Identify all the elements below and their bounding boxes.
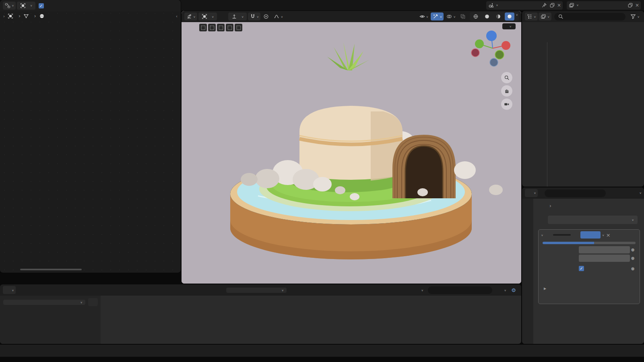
import-method-dropdown[interactable]: ∨ (226, 288, 287, 293)
camera-view-button[interactable] (501, 99, 512, 110)
new-scene-icon[interactable] (549, 2, 555, 8)
properties-tabs (522, 199, 533, 344)
proportional-icon (263, 13, 269, 20)
zoom-button[interactable] (501, 72, 512, 83)
display-size-dropdown[interactable]: ∨ (412, 286, 425, 294)
catmull-clark-button[interactable] (543, 242, 594, 244)
overlays-icon (446, 13, 452, 20)
orientation-dropdown[interactable]: ∨ (228, 12, 247, 21)
editor-type-button[interactable]: ∨ (525, 189, 538, 197)
chevron-down-icon[interactable]: ∨ (516, 13, 518, 20)
viewport-3d[interactable]: ∨ ∨ ∨ ∨ ∨ ∨ ∨ ∨ ∨ (182, 11, 521, 284)
refresh-library-button[interactable] (88, 298, 98, 306)
mode-dropdown[interactable]: ∨ (198, 12, 217, 21)
select-mode-extend-button[interactable] (208, 24, 216, 31)
add-modifier-dropdown[interactable]: ∨ (548, 216, 638, 224)
shading-rendered-button[interactable] (505, 12, 514, 21)
apply-on-cage-icon[interactable] (572, 232, 579, 238)
breadcrumb-expand-icon[interactable]: › (3, 14, 5, 19)
filter-dropdown[interactable]: ∨ (495, 286, 508, 294)
select-invert-icon (227, 25, 233, 31)
new-viewlayer-icon[interactable] (627, 2, 634, 8)
overlays-dropdown[interactable]: ∨ (444, 12, 457, 21)
filter-dropdown[interactable]: ∨ (628, 12, 641, 21)
select-mode-subtract-button[interactable] (217, 24, 225, 31)
scene-selector[interactable]: ∨ × (486, 1, 563, 10)
select-extend-icon (209, 25, 215, 31)
editor-type-button[interactable]: ∨ (184, 12, 197, 21)
outliner-search[interactable] (554, 13, 625, 21)
animate-dot[interactable]: ● (630, 256, 636, 260)
asset-search[interactable] (428, 286, 492, 294)
node-editor-hscrollbar[interactable] (20, 269, 82, 270)
falloff-dropdown[interactable]: ∨ (272, 12, 285, 21)
xray-toggle[interactable] (458, 12, 468, 21)
magnifier-icon (504, 74, 510, 81)
search-icon (431, 287, 438, 293)
panel-collapse-icon[interactable]: ∨ (541, 233, 543, 236)
shading-wireframe-button[interactable] (471, 12, 481, 21)
use-nodes-toggle[interactable]: ✓ (39, 3, 48, 8)
asset-settings-button[interactable]: ⚙ (509, 286, 518, 294)
shader-breadcrumb: › › › ‹ (0, 11, 181, 21)
hand-icon (504, 88, 510, 94)
render-toggle-icon[interactable] (594, 232, 600, 238)
pin-icon[interactable] (541, 2, 547, 8)
wireframe-icon (473, 13, 479, 20)
display-mode-dropdown[interactable]: ∨ (539, 12, 551, 21)
axis-neg-y-ball[interactable] (495, 50, 504, 59)
select-new-icon (200, 25, 206, 31)
axis-neg-x-ball[interactable] (471, 49, 479, 57)
axis-z-ball[interactable] (486, 31, 497, 41)
camera-icon (504, 101, 510, 107)
disclosure-triangle[interactable]: ▶ (543, 287, 547, 290)
close-icon[interactable]: × (557, 2, 561, 8)
chevron-down-icon[interactable]: ∨ (639, 191, 642, 194)
editor-type-button[interactable]: ∨ (525, 12, 538, 21)
asset-browser-header: ∨ ∨ ∨ ∨ ⚙ (0, 284, 521, 296)
render-levels-field[interactable] (579, 255, 630, 262)
viewlayer-selector[interactable]: ∨ × (567, 1, 641, 10)
delete-modifier-icon[interactable]: × (606, 232, 611, 238)
axis-neg-z-ball[interactable] (490, 58, 498, 66)
simple-button[interactable] (594, 242, 636, 244)
animate-dot[interactable]: ● (630, 247, 636, 252)
navigation-gizmo[interactable] (471, 26, 515, 70)
node-graph-canvas[interactable] (0, 0, 181, 273)
shading-solid-button[interactable] (482, 12, 492, 21)
viewport-editor-icon (186, 13, 192, 20)
object-mode-icon (201, 13, 208, 20)
pin-icon[interactable] (634, 203, 640, 209)
editor-type-button[interactable]: ∨ (3, 286, 16, 294)
shading-material-button[interactable] (493, 12, 503, 21)
levels-viewport-field[interactable] (579, 246, 630, 253)
axis-x-ball[interactable] (502, 41, 510, 50)
axis-y-ball[interactable] (475, 39, 484, 48)
shader-type-dropdown[interactable]: ∨ (17, 2, 35, 10)
shading-mode-buttons: ∨ (470, 12, 519, 21)
sidebar-collapse-icon[interactable]: ‹ (176, 14, 178, 19)
modifier-extras-icon[interactable]: ∨ (602, 233, 605, 236)
eye-icon (419, 13, 425, 20)
gizmo-toggle[interactable]: ∨ (431, 12, 444, 21)
animate-dot[interactable]: ● (630, 266, 636, 271)
view-layer-display-icon (540, 13, 547, 20)
visibility-dropdown[interactable]: ∨ (417, 12, 430, 21)
modifier-name-field[interactable] (553, 234, 571, 236)
select-mode-intersect-button[interactable] (235, 24, 242, 31)
funnel-icon (630, 13, 636, 20)
remove-viewlayer-icon[interactable]: × (635, 2, 639, 8)
pan-button[interactable] (501, 85, 512, 97)
drag-handle-icon[interactable] (615, 232, 621, 238)
proportional-edit-button[interactable] (261, 12, 271, 21)
snap-dropdown[interactable]: ∨ (248, 12, 261, 21)
realtime-toggle-icon[interactable] (587, 232, 594, 238)
select-intersect-icon (235, 25, 242, 31)
select-mode-new-button[interactable] (199, 24, 207, 31)
properties-search[interactable] (545, 189, 606, 197)
edit-mode-toggle-icon[interactable] (581, 232, 587, 238)
editor-type-button[interactable]: ∨ (3, 2, 16, 10)
optimal-display-checkbox[interactable]: ✓ (579, 266, 584, 271)
library-dropdown[interactable]: ∨ (3, 300, 85, 305)
select-mode-invert-button[interactable] (226, 24, 233, 31)
